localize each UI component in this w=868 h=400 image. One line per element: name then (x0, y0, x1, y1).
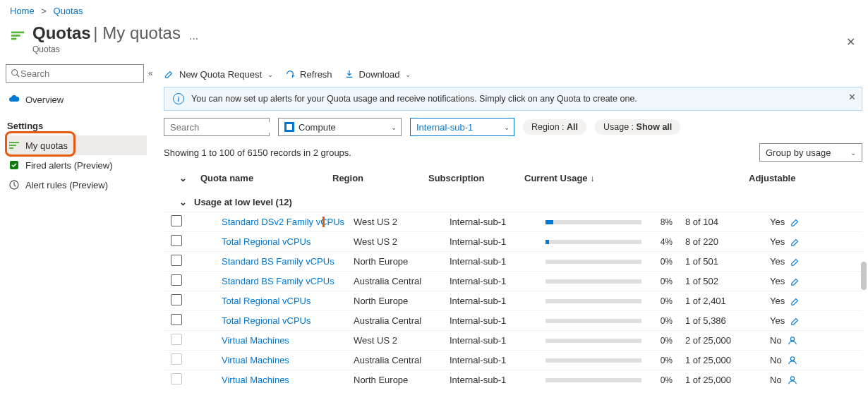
new-quota-request-button[interactable]: New Quota Request⌄ (164, 68, 273, 80)
quota-link[interactable]: Virtual Machines (222, 355, 289, 365)
sidebar-item-alert-rules[interactable]: Alert rules (Preview) (6, 175, 147, 195)
usage-of-cell: 1 of 25,000 (685, 375, 770, 385)
table-header: ⌄ Quota name Region Subscription Current… (164, 166, 862, 190)
main-content: New Quota Request⌄ Refresh Download⌄ i Y… (152, 64, 868, 400)
region-filter-pill[interactable]: Region : All (523, 119, 586, 135)
region-cell: North Europe (354, 256, 450, 267)
row-checkbox[interactable] (171, 294, 182, 305)
sort-down-icon: ↓ (591, 174, 595, 183)
close-icon[interactable]: ✕ (843, 32, 858, 51)
usage-bar: 0% (545, 257, 673, 267)
info-icon: i (173, 93, 184, 104)
usage-bar: 0% (545, 277, 673, 286)
group-row[interactable]: ⌄ Usage at low level (12) (164, 190, 862, 212)
edit-icon[interactable] (790, 257, 800, 267)
usage-filter-pill[interactable]: Usage : Show all (595, 119, 680, 135)
edit-icon[interactable] (790, 217, 800, 227)
edit-icon[interactable] (790, 277, 800, 286)
sidebar-item-fired-alerts[interactable]: Fired alerts (Preview) (6, 155, 147, 175)
svg-rect-5 (9, 142, 19, 143)
person-icon[interactable] (788, 375, 797, 385)
close-banner-icon[interactable]: ✕ (848, 92, 856, 102)
quota-link[interactable]: Standard BS Family vCPUs (222, 256, 334, 267)
col-quota-name[interactable]: Quota name (195, 173, 332, 183)
usage-percent: 4% (649, 237, 673, 247)
table-row[interactable]: Standard DSv2 Family vCPUsWest US 2Inter… (164, 212, 862, 231)
provider-select[interactable]: Compute ⌄ (278, 118, 402, 136)
table-row[interactable]: Virtual MachinesNorth EuropeInternal-sub… (164, 370, 862, 389)
filter-search[interactable] (164, 118, 270, 136)
adjustable-value: No (770, 375, 782, 385)
page-subtitle: | My quotas (93, 23, 181, 42)
row-checkbox[interactable] (171, 215, 182, 226)
quota-link[interactable]: Total Regional vCPUs (222, 236, 311, 247)
filter-search-input[interactable] (170, 122, 289, 133)
row-checkbox[interactable] (171, 255, 182, 266)
row-checkbox[interactable] (171, 314, 182, 325)
list-icon (8, 140, 20, 151)
row-checkbox[interactable] (171, 274, 182, 286)
edit-icon[interactable] (790, 296, 800, 306)
usage-of-cell: 1 of 25,000 (685, 355, 770, 365)
quota-name-cell: Standard DSv2 Family vCPUs (216, 217, 354, 227)
person-icon[interactable] (788, 356, 797, 365)
expand-all-toggle[interactable]: ⌄ (164, 173, 195, 183)
group-by-select[interactable]: Group by usage ⌄ (759, 143, 862, 162)
pencil-icon (164, 68, 175, 80)
alert-icon (8, 159, 20, 171)
resource-type: Quotas (32, 44, 181, 54)
region-cell: West US 2 (354, 236, 450, 247)
col-current-usage[interactable]: Current Usage ↓ (524, 173, 664, 183)
usage-of-cell: 1 of 5,386 (685, 315, 770, 326)
subscription-select[interactable]: Internal-sub-1 ⌄ (410, 118, 514, 136)
col-adjustable[interactable]: Adjustable (749, 173, 819, 183)
edit-icon[interactable] (790, 316, 800, 326)
col-subscription[interactable]: Subscription (428, 173, 524, 183)
quota-link[interactable]: Virtual Machines (222, 375, 289, 385)
quota-link[interactable]: Total Regional vCPUs (222, 315, 311, 326)
sidebar-item-overview[interactable]: Overview (6, 90, 147, 109)
table-row[interactable]: Standard BS Family vCPUsNorth EuropeInte… (164, 251, 862, 271)
scrollbar-thumb[interactable] (861, 262, 867, 290)
usage-bar: 0% (545, 316, 673, 326)
quota-link[interactable]: Standard DSv2 Family vCPUs (222, 217, 344, 227)
search-icon (11, 68, 20, 78)
usage-bar: 0% (545, 375, 673, 385)
sidebar-search[interactable] (6, 64, 144, 83)
table-row[interactable]: Virtual MachinesAustralia CentralInterna… (164, 350, 862, 370)
record-count: Showing 1 to 100 of 6150 records in 2 gr… (164, 147, 351, 158)
subscription-cell: Internal-sub-1 (450, 276, 545, 286)
row-checkbox[interactable] (171, 235, 182, 246)
svg-rect-2 (11, 38, 16, 40)
page-title: Quotas (32, 23, 91, 42)
download-button[interactable]: Download⌄ (344, 68, 411, 80)
quota-link[interactable]: Standard BS Family vCPUs (222, 276, 334, 286)
edit-icon[interactable] (790, 237, 800, 247)
table-row[interactable]: Total Regional vCPUsNorth EuropeInternal… (164, 291, 862, 310)
person-icon[interactable] (788, 336, 797, 346)
sidebar-section-settings: Settings (7, 121, 145, 131)
group-label: Usage at low level (12) (194, 197, 292, 207)
adjustable-value: Yes (770, 256, 785, 267)
table-row[interactable]: Total Regional vCPUsAustralia CentralInt… (164, 310, 862, 330)
quota-link[interactable]: Total Regional vCPUs (222, 296, 311, 306)
row-checkbox (171, 373, 182, 384)
table-row[interactable]: Total Regional vCPUsWest US 2Internal-su… (164, 231, 862, 251)
subscription-cell: Internal-sub-1 (450, 256, 545, 267)
sidebar-item-my-quotas[interactable]: My quotas (6, 135, 147, 155)
col-region[interactable]: Region (332, 173, 428, 183)
refresh-button[interactable]: Refresh (284, 68, 332, 80)
quota-name-cell: Total Regional vCPUs (216, 315, 354, 326)
quota-link[interactable]: Virtual Machines (222, 335, 289, 346)
svg-point-14 (790, 337, 794, 340)
svg-rect-13 (287, 124, 292, 130)
region-cell: Australia Central (354, 355, 450, 365)
breadcrumb-quotas[interactable]: Quotas (54, 6, 83, 16)
sidebar-search-input[interactable] (20, 68, 139, 79)
region-cell: Australia Central (354, 276, 450, 286)
download-icon (344, 68, 355, 80)
table-row[interactable]: Standard BS Family vCPUsAustralia Centra… (164, 271, 862, 291)
breadcrumb-home[interactable]: Home (10, 6, 35, 16)
more-button[interactable]: ··· (189, 32, 198, 45)
table-row[interactable]: Virtual MachinesWest US 2Internal-sub-10… (164, 330, 862, 350)
